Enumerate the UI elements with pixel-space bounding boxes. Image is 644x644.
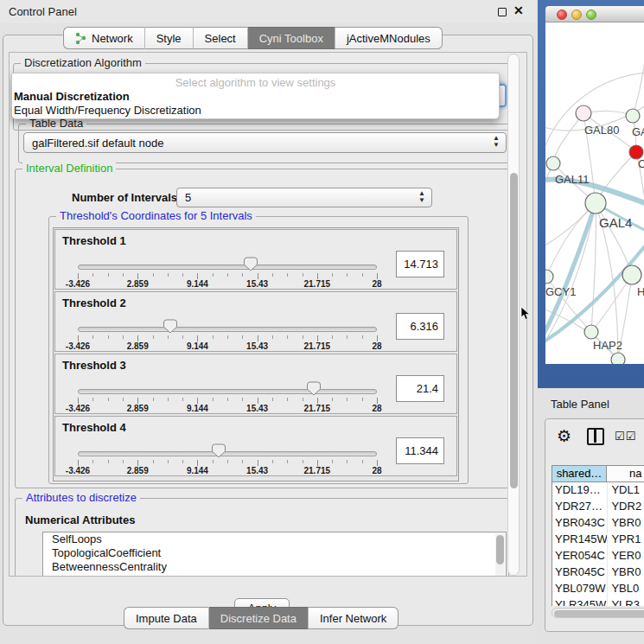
thresholds-title: Threshold's Coordinates for 5 Intervals bbox=[56, 209, 256, 222]
float-window-icon[interactable] bbox=[498, 8, 507, 16]
attributes-title: Attributes to discretize bbox=[22, 491, 140, 504]
interval-definition-title: Interval Definition bbox=[22, 162, 116, 175]
attribute-item[interactable]: BetweennessCentrality bbox=[43, 560, 506, 574]
table-row[interactable]: YDL19…YDL1 bbox=[552, 482, 644, 499]
column-header-shared[interactable]: shared… bbox=[552, 466, 607, 481]
tab-select[interactable]: Select bbox=[194, 27, 248, 49]
node-label-c: C bbox=[638, 157, 644, 170]
table-row[interactable]: YDR27…YDR2 bbox=[552, 499, 644, 515]
node-label-gcy1: GCY1 bbox=[545, 285, 576, 298]
dropdown-option-manual[interactable]: Manual Discretization bbox=[12, 89, 499, 103]
numerical-attributes-list[interactable]: SelfLoopsTopologicalCoefficientBetweenne… bbox=[42, 532, 507, 577]
node-label-ga: GA bbox=[632, 125, 644, 138]
stepper-icon: ▲▼ bbox=[418, 190, 425, 204]
select-checkboxes-icon[interactable]: ☑☑ bbox=[615, 430, 636, 443]
table-row[interactable]: YER054CYER0 bbox=[552, 548, 644, 564]
slider-thumb[interactable] bbox=[307, 381, 321, 396]
table-row[interactable]: YPR145WYPR1 bbox=[552, 532, 644, 548]
threshold-value-field[interactable]: 11.344 bbox=[396, 437, 444, 464]
attribute-item[interactable]: SelfLoops bbox=[43, 532, 506, 546]
thresholds-container: Threshold 1 -3.4262.8599.14415.4321.7152… bbox=[53, 227, 459, 481]
tab-cyni-toolbox[interactable]: Cyni Toolbox bbox=[248, 27, 335, 49]
slider-thumb[interactable] bbox=[212, 443, 226, 458]
tab-impute-data[interactable]: Impute Data bbox=[124, 607, 209, 629]
node-partial-bottom[interactable] bbox=[611, 353, 625, 364]
panel-title: Control Panel bbox=[9, 5, 77, 18]
close-traffic-light-icon[interactable] bbox=[557, 10, 567, 20]
numerical-attributes-label: Numerical Attributes bbox=[25, 513, 135, 526]
network-window-titlebar bbox=[545, 6, 644, 22]
node-gal11[interactable] bbox=[546, 156, 560, 170]
table-panel-area: Table Panel ⚙ ☑☑ shared… na YDL19…YDL1YD… bbox=[536, 388, 644, 644]
threshold-panel: Threshold 1 -3.4262.8599.14415.4321.7152… bbox=[54, 229, 457, 290]
slider-track[interactable] bbox=[78, 265, 377, 270]
dropdown-hint: Select algorithm to view settings bbox=[12, 73, 499, 89]
node-gal4[interactable] bbox=[585, 193, 606, 214]
node-label-h: H bbox=[637, 285, 644, 298]
node-label-gal11: GAL11 bbox=[555, 173, 590, 186]
slider-thumb[interactable] bbox=[244, 257, 258, 271]
threshold-value-field[interactable]: 6.316 bbox=[396, 313, 444, 340]
network-graph: GAL80 GA C GAL11 GAL4 GCY1 H HAP2 bbox=[545, 22, 644, 364]
gear-icon[interactable]: ⚙ bbox=[557, 426, 571, 446]
node-table: shared… na YDL19…YDL1YDR27…YDR2YBR043CYB… bbox=[552, 465, 644, 606]
threshold-label: Threshold 2 bbox=[62, 296, 126, 309]
discretization-algorithm-title: Discretization Algorithm bbox=[21, 56, 145, 69]
minimize-traffic-light-icon[interactable] bbox=[571, 10, 582, 20]
zoom-traffic-light-icon[interactable] bbox=[586, 10, 596, 20]
panel-scrollbar[interactable] bbox=[507, 54, 520, 576]
dropdown-option-equal-width[interactable]: Equal Width/Frequency Discretization bbox=[12, 103, 499, 117]
tab-jactivemnodules[interactable]: jActiveMNodules bbox=[335, 27, 443, 49]
table-row[interactable]: YBL079WYBL0 bbox=[552, 581, 644, 597]
node-label-hap2: HAP2 bbox=[593, 339, 622, 352]
slider-tick-labels: -3.4262.8599.14415.4321.71528 bbox=[78, 466, 377, 475]
screen: Control Panel ✕ NetworkStyleSelectCyni T… bbox=[0, 0, 644, 644]
columns-icon[interactable] bbox=[587, 428, 604, 445]
network-canvas[interactable]: GAL80 GA C GAL11 GAL4 GCY1 H HAP2 bbox=[545, 22, 644, 364]
panel-scrollbar-thumb[interactable] bbox=[510, 173, 518, 488]
list-scrollbar[interactable] bbox=[495, 533, 505, 577]
table-hscrollbar[interactable] bbox=[552, 608, 644, 618]
stepper-icon: ▲▼ bbox=[493, 135, 500, 149]
table-hscrollbar-thumb[interactable] bbox=[554, 610, 644, 617]
slider-tick-labels: -3.4262.8599.14415.4321.71528 bbox=[78, 341, 377, 351]
slider-track[interactable] bbox=[78, 451, 377, 456]
node-label-gal80: GAL80 bbox=[584, 124, 619, 137]
table-panel-title: Table Panel bbox=[551, 398, 609, 411]
node-gal80[interactable] bbox=[576, 105, 591, 121]
tab-network[interactable]: Network bbox=[63, 27, 145, 49]
node-gcy1[interactable] bbox=[545, 270, 553, 284]
attribute-item[interactable]: TopologicalCoefficient bbox=[43, 546, 506, 560]
table-row[interactable]: YBR043CYBR0 bbox=[552, 515, 644, 532]
table-toolbar: ⚙ ☑☑ bbox=[545, 424, 644, 450]
table-panel-body: ⚙ ☑☑ shared… na YDL19…YDL1YDR27…YDR2YBR0… bbox=[545, 418, 644, 632]
network-view-window[interactable]: GAL80 GA C GAL11 GAL4 GCY1 H HAP2 bbox=[538, 0, 644, 388]
node-label-gal4: GAL4 bbox=[599, 215, 632, 230]
slider-track[interactable] bbox=[78, 327, 377, 332]
slider-track[interactable] bbox=[78, 389, 377, 394]
threshold-panel: Threshold 2 -3.4262.8599.14415.4321.7152… bbox=[54, 291, 457, 352]
threshold-label: Threshold 1 bbox=[62, 234, 126, 247]
table-data-combo[interactable]: galFiltered.sif default node ▲▼ bbox=[23, 132, 507, 153]
node-hap2[interactable] bbox=[584, 325, 598, 339]
control-panel-titlebar: Control Panel ✕ bbox=[0, 0, 536, 23]
slider-thumb[interactable] bbox=[163, 319, 177, 334]
tab-discretize-data[interactable]: Discretize Data bbox=[209, 607, 309, 629]
column-header-name[interactable]: na bbox=[607, 466, 644, 481]
algorithm-dropdown-popup: Select algorithm to view settings Manual… bbox=[11, 73, 500, 119]
number-of-intervals-combo[interactable]: 5 ▲▼ bbox=[176, 188, 432, 207]
threshold-panel: Threshold 3 -3.4262.8599.14415.4321.7152… bbox=[54, 354, 457, 414]
node-h[interactable] bbox=[622, 265, 641, 284]
threshold-panel: Threshold 4 -3.4262.8599.14415.4321.7152… bbox=[54, 416, 457, 476]
node-ga[interactable] bbox=[626, 109, 640, 123]
threshold-value-field[interactable]: 14.713 bbox=[396, 251, 444, 277]
tab-infer-network[interactable]: Infer Network bbox=[309, 607, 399, 629]
table-row[interactable]: YLR345WYLR3 bbox=[552, 597, 644, 606]
network-icon bbox=[75, 32, 86, 45]
close-icon[interactable]: ✕ bbox=[513, 3, 524, 17]
table-row[interactable]: YBR045CYBR0 bbox=[552, 564, 644, 581]
slider-tick-labels: -3.4262.8599.14415.4321.71528 bbox=[78, 279, 377, 289]
tab-style[interactable]: Style bbox=[145, 27, 194, 49]
threshold-value-field[interactable]: 21.4 bbox=[396, 375, 444, 402]
threshold-label: Threshold 3 bbox=[62, 359, 126, 372]
